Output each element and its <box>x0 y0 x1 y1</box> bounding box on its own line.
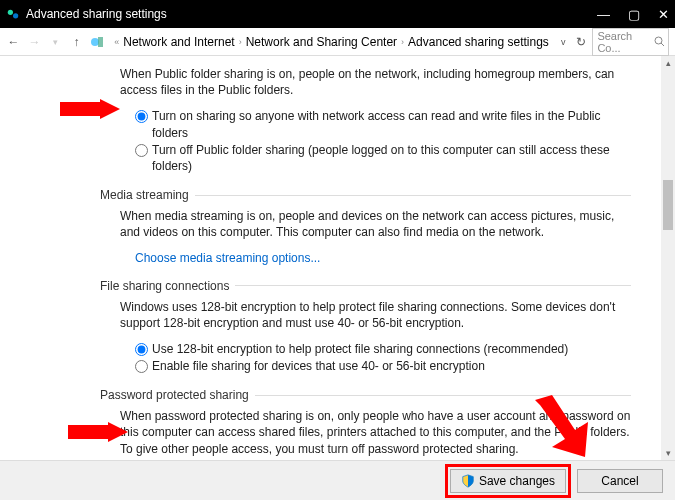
svg-point-1 <box>13 13 18 18</box>
breadcrumb-item[interactable]: Network and Internet <box>123 35 234 49</box>
section-file-sharing-title: File sharing connections <box>100 279 229 293</box>
search-placeholder: Search Co... <box>597 30 653 54</box>
radio-128bit[interactable]: Use 128-bit encryption to help protect f… <box>135 341 631 357</box>
close-button[interactable]: ✕ <box>658 7 669 22</box>
shield-icon <box>461 474 475 488</box>
footer-bar: Save changes Cancel <box>0 460 675 500</box>
radio-40-56bit[interactable]: Enable file sharing for devices that use… <box>135 358 631 374</box>
window-title: Advanced sharing settings <box>26 7 167 21</box>
content-pane: When Public folder sharing is on, people… <box>0 56 661 460</box>
app-icon <box>6 7 20 21</box>
file-sharing-desc: Windows uses 128-bit encryption to help … <box>120 299 631 331</box>
section-media-title: Media streaming <box>100 188 189 202</box>
radio-public-off[interactable]: Turn off Public folder sharing (people l… <box>135 142 631 174</box>
svg-point-2 <box>91 38 99 46</box>
radio-public-on[interactable]: Turn on sharing so anyone with network a… <box>135 108 631 140</box>
back-button[interactable]: ← <box>6 35 21 49</box>
svg-point-0 <box>8 10 13 15</box>
breadcrumb-item[interactable]: Advanced sharing settings <box>408 35 549 49</box>
chevron-down-icon[interactable]: v <box>561 37 566 47</box>
forward-button[interactable]: → <box>27 35 42 49</box>
minimize-button[interactable]: — <box>597 7 610 22</box>
maximize-button[interactable]: ▢ <box>628 7 640 22</box>
highlight-box: Save changes <box>445 464 571 498</box>
svg-line-5 <box>661 43 664 46</box>
scroll-up-icon[interactable]: ▴ <box>661 56 675 70</box>
refresh-button[interactable]: ↻ <box>576 35 586 49</box>
breadcrumb-item[interactable]: Network and Sharing Center <box>246 35 397 49</box>
recent-dropdown[interactable]: ▾ <box>48 37 63 47</box>
svg-rect-3 <box>98 37 103 47</box>
cancel-button[interactable]: Cancel <box>577 469 663 493</box>
title-bar: Advanced sharing settings — ▢ ✕ <box>0 0 675 28</box>
vertical-scrollbar[interactable]: ▴ ▾ <box>661 56 675 460</box>
search-input[interactable]: Search Co... <box>592 28 669 56</box>
media-options-link[interactable]: Choose media streaming options... <box>135 251 631 265</box>
media-desc: When media streaming is on, people and d… <box>120 208 631 240</box>
up-button[interactable]: ↑ <box>69 35 84 49</box>
scroll-thumb[interactable] <box>663 180 673 230</box>
svg-point-4 <box>655 37 662 44</box>
scroll-down-icon[interactable]: ▾ <box>661 446 675 460</box>
section-password-title: Password protected sharing <box>100 388 249 402</box>
password-desc: When password protected sharing is on, o… <box>120 408 631 457</box>
breadcrumb[interactable]: « Network and Internet › Network and Sha… <box>109 34 570 50</box>
save-changes-button[interactable]: Save changes <box>450 469 566 493</box>
location-icon <box>90 34 103 50</box>
address-bar: ← → ▾ ↑ « Network and Internet › Network… <box>0 28 675 56</box>
search-icon <box>654 36 664 47</box>
public-folder-desc: When Public folder sharing is on, people… <box>120 66 631 98</box>
